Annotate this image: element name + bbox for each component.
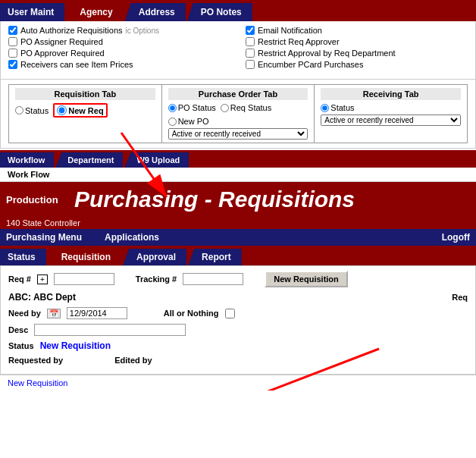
req-label-right: Req xyxy=(452,293,468,302)
requisition-tab-header: Requisition Tab xyxy=(15,88,155,100)
tab-address[interactable]: Address xyxy=(125,3,186,21)
tab-options-grid: Requisition Tab Status New Req Purchase … xyxy=(8,84,468,143)
tab-department[interactable]: Department xyxy=(55,152,123,168)
second-nav: Workflow Department W9 Upload xyxy=(0,150,476,168)
desc-label: Desc xyxy=(8,325,28,334)
need-by-label: Need by xyxy=(8,309,41,318)
radio-req-status-po[interactable]: Req Status xyxy=(221,103,271,112)
receiving-radio-row: Status xyxy=(321,103,461,112)
radio-req-status[interactable]: Status xyxy=(15,106,49,115)
menu-logoff[interactable]: Logoff xyxy=(442,232,470,243)
tab-bar: Status Requisition Approval Report xyxy=(0,246,476,265)
tab-po-notes[interactable]: PO Notes xyxy=(187,3,252,21)
tab-report[interactable]: Report xyxy=(188,249,242,265)
checkbox-restrict-approval[interactable]: Restrict Approval by Req Department xyxy=(246,49,468,58)
tab-approval[interactable]: Approval xyxy=(123,249,186,265)
desc-input[interactable] xyxy=(34,324,186,336)
radio-new-po[interactable]: New PO xyxy=(168,117,209,126)
all-or-nothing-label: All or Nothing xyxy=(164,309,219,318)
requisition-radio-row: Status New Req xyxy=(15,103,155,118)
form-row-dept: ABC: ABC Dept Req xyxy=(8,292,468,303)
radio-receiving-status[interactable]: Status xyxy=(321,103,354,112)
checkbox-encumber-pcard[interactable]: Encumber PCard Purchases xyxy=(246,60,468,69)
checkbox-po-approver[interactable]: PO Approver Required xyxy=(8,49,230,58)
production-title-bar: Production Purchasing - Requisitions xyxy=(0,182,476,217)
workflow-label: Work Flow xyxy=(8,170,49,179)
form-row-requested: Requested by Edited by xyxy=(8,356,468,365)
status-value[interactable]: New Requisition xyxy=(40,340,111,351)
po-radio-row: PO Status Req Status New PO xyxy=(168,103,308,126)
requisition-tab-col: Requisition Tab Status New Req xyxy=(9,85,162,143)
checkbox-receivers-prices[interactable]: Receivers can see Item Prices xyxy=(8,60,230,69)
form-row-status: Status New Requisition xyxy=(8,340,468,351)
purchase-order-tab-col: Purchase Order Tab PO Status Req Status … xyxy=(162,85,315,143)
req-plus-icon[interactable]: + xyxy=(37,274,48,284)
form-row-1: Req # + Tracking # New Requisition xyxy=(8,271,468,287)
checkbox-auto-authorize[interactable]: Auto Authorize Requisitions ic Options xyxy=(8,26,230,35)
checkbox-email-notification[interactable]: Email Notification xyxy=(246,26,468,35)
tab-options-section: Requisition Tab Status New Req Purchase … xyxy=(0,80,476,149)
menu-purchasing[interactable]: Purchasing Menu xyxy=(6,232,82,243)
tracking-label: Tracking # xyxy=(136,274,177,284)
radio-new-req-highlighted[interactable]: New Req xyxy=(53,103,107,118)
status-label: Status xyxy=(8,341,34,350)
workflow-label-bar: Work Flow xyxy=(0,168,476,182)
po-tab-header: Purchase Order Tab xyxy=(168,88,308,100)
requested-by-label: Requested by xyxy=(8,356,63,365)
new-req-button[interactable]: New Requisition xyxy=(265,271,348,287)
tab-requisition[interactable]: Requisition xyxy=(48,249,121,265)
checkbox-restrict-req-approver[interactable]: Restrict Req Approver xyxy=(246,37,468,46)
tab-w9-upload[interactable]: W9 Upload xyxy=(124,152,189,168)
options-section: Auto Authorize Requisitions ic Options P… xyxy=(0,21,476,80)
req-label: Req # xyxy=(8,274,31,284)
all-or-nothing-checkbox[interactable] xyxy=(225,309,235,318)
bottom-new-req: New Requisition xyxy=(8,378,67,387)
tab-user-maint[interactable]: User Maint xyxy=(0,3,64,21)
need-by-input[interactable] xyxy=(67,307,127,319)
form-row-needby: Need by 📅 All or Nothing xyxy=(8,307,468,319)
receiving-tab-header: Receiving Tab xyxy=(321,88,461,100)
po-dropdown[interactable]: Active or recently received xyxy=(168,128,308,140)
tracking-input[interactable] xyxy=(183,273,243,285)
bottom-bar: New Requisition xyxy=(0,375,476,391)
left-checkboxes: Auto Authorize Requisitions ic Options P… xyxy=(8,26,230,71)
production-label: Production xyxy=(6,194,67,205)
right-checkboxes: Email Notification Restrict Req Approver… xyxy=(246,26,468,71)
edited-by-label: Edited by xyxy=(114,356,152,365)
menu-bar: Purchasing Menu Applications Logoff xyxy=(0,229,476,246)
tab-status[interactable]: Status xyxy=(0,249,46,265)
receiving-tab-col: Receiving Tab Status Active or recently … xyxy=(315,85,467,143)
form-area: Req # + Tracking # New Requisition ABC: … xyxy=(0,265,476,375)
radio-po-status[interactable]: PO Status xyxy=(168,103,216,112)
receiving-dropdown[interactable]: Active or recently received xyxy=(321,114,461,126)
purchasing-title: Purchasing - Requisitions xyxy=(74,187,355,212)
checkbox-po-assigner[interactable]: PO Assigner Required xyxy=(8,37,230,46)
tab-workflow[interactable]: Workflow xyxy=(0,152,54,168)
form-row-desc: Desc xyxy=(8,324,468,336)
top-nav: User Maint Agency Address PO Notes xyxy=(0,0,476,21)
calendar-icon[interactable]: 📅 xyxy=(47,309,61,318)
menu-applications[interactable]: Applications xyxy=(105,232,159,243)
tab-agency[interactable]: Agency xyxy=(66,3,123,21)
req-input[interactable] xyxy=(54,273,114,285)
dept-label: ABC: ABC Dept xyxy=(8,292,76,303)
state-controller: 140 State Controller xyxy=(0,217,476,229)
